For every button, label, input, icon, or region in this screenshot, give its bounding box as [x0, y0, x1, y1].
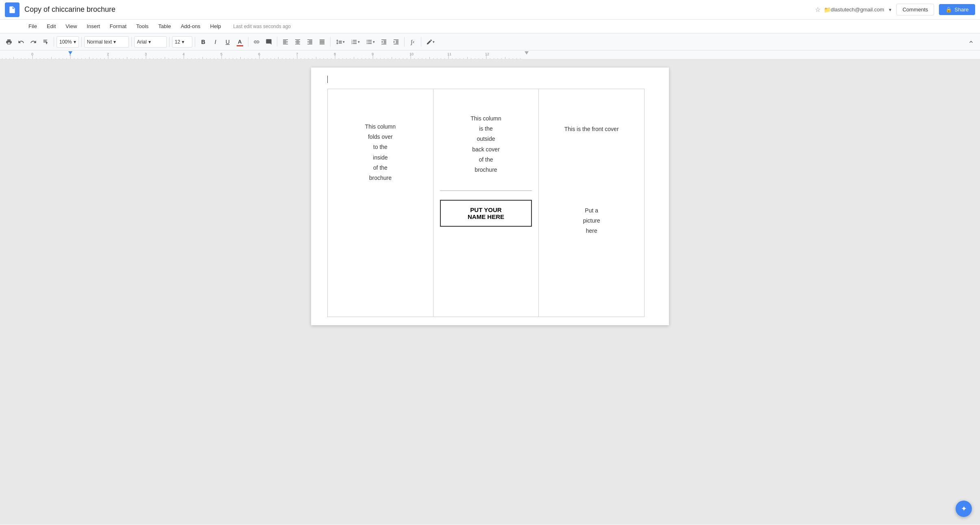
- add-comment-button[interactable]: [263, 36, 274, 48]
- drawing-button[interactable]: ▾: [424, 36, 437, 48]
- lock-icon: 🔒: [945, 7, 952, 13]
- zoom-dropdown-arrow: ▾: [74, 39, 76, 45]
- table-cell-col3[interactable]: This is the front cover Put apicturehere: [539, 89, 645, 317]
- user-email: dlastutech@gmail.com: [831, 7, 884, 13]
- divider-3: [131, 37, 132, 47]
- line-spacing-button[interactable]: ▾: [333, 36, 347, 48]
- redo-button[interactable]: [28, 36, 39, 48]
- app-icon[interactable]: [5, 2, 20, 17]
- link-button[interactable]: [251, 36, 262, 48]
- picture-here-text: Put apicturehere: [545, 206, 638, 236]
- col2-divider: [440, 190, 532, 191]
- top-bar: Copy of chiccarine brochure ☆ 📁 dlastute…: [0, 0, 980, 20]
- smart-compose-button[interactable]: ✦: [956, 501, 972, 517]
- zoom-value: 100%: [59, 39, 72, 45]
- divider-8: [330, 37, 331, 47]
- align-center-button[interactable]: [292, 36, 303, 48]
- name-box[interactable]: PUT YOURNAME HERE: [440, 200, 532, 227]
- divider-1: [54, 37, 54, 47]
- menu-file[interactable]: File: [24, 22, 41, 31]
- doc-title[interactable]: Copy of chiccarine brochure: [24, 5, 811, 14]
- font-dropdown-arrow: ▾: [148, 39, 151, 45]
- star-icon[interactable]: ☆: [815, 6, 821, 13]
- style-value: Normal text: [87, 39, 112, 45]
- smart-compose-icon: ✦: [961, 504, 967, 513]
- paint-format-button[interactable]: [40, 36, 51, 48]
- divider-2: [81, 37, 82, 47]
- italic-button[interactable]: I: [210, 36, 221, 48]
- menu-view[interactable]: View: [61, 22, 81, 31]
- page: This columnfolds overto theinsideof theb…: [311, 68, 669, 325]
- zoom-selector[interactable]: 100% ▾: [57, 36, 79, 48]
- ruler: window.addEventListener('load', function…: [0, 50, 980, 59]
- align-right-button[interactable]: [304, 36, 316, 48]
- user-dropdown-arrow[interactable]: ▾: [889, 7, 891, 13]
- last-edit-status: Last edit was seconds ago: [233, 24, 291, 29]
- ruler-right-marker[interactable]: [525, 51, 529, 55]
- numbered-list-button[interactable]: ▾: [348, 36, 362, 48]
- front-cover-text: This is the front cover: [545, 114, 638, 132]
- font-size-selector[interactable]: 12 ▾: [172, 36, 192, 48]
- font-size-dropdown-arrow: ▾: [182, 39, 184, 45]
- divider-7: [277, 37, 277, 47]
- divider-5: [195, 37, 195, 47]
- style-selector[interactable]: Normal text ▾: [84, 36, 129, 48]
- decrease-indent-button[interactable]: [378, 36, 390, 48]
- col2-content: This columnis theoutsideback coverof the…: [440, 97, 532, 228]
- text-color-button[interactable]: A: [234, 36, 246, 48]
- bulleted-list-button[interactable]: ▾: [363, 36, 377, 48]
- increase-indent-button[interactable]: [390, 36, 402, 48]
- menu-tools[interactable]: Tools: [132, 22, 152, 31]
- document-area: This columnfolds overto theinsideof theb…: [0, 59, 980, 524]
- col2-top-text: This columnis theoutsideback coverof the…: [440, 97, 532, 183]
- col3-content: This is the front cover Put apicturehere: [545, 97, 638, 236]
- share-label: Share: [954, 7, 969, 13]
- cursor-area[interactable]: [327, 76, 645, 84]
- font-selector[interactable]: Arial ▾: [134, 36, 167, 48]
- collapse-toolbar-button[interactable]: [965, 36, 977, 48]
- menu-addons[interactable]: Add-ons: [176, 22, 204, 31]
- text-cursor: [327, 76, 328, 83]
- table-cell-col1[interactable]: This columnfolds overto theinsideof theb…: [328, 89, 433, 317]
- table-cell-col2[interactable]: This columnis theoutsideback coverof the…: [433, 89, 539, 317]
- font-value: Arial: [137, 39, 147, 45]
- formula-button[interactable]: ∫x: [407, 36, 418, 48]
- menu-help[interactable]: Help: [206, 22, 225, 31]
- divider-4: [169, 37, 170, 47]
- comments-button[interactable]: Comments: [896, 4, 934, 15]
- menu-insert[interactable]: Insert: [83, 22, 104, 31]
- menu-format[interactable]: Format: [106, 22, 131, 31]
- brochure-table: This columnfolds overto theinsideof theb…: [327, 89, 645, 317]
- font-size-value: 12: [175, 39, 180, 45]
- justify-button[interactable]: [316, 36, 328, 48]
- col1-text: This columnfolds overto theinsideof theb…: [334, 97, 427, 183]
- print-button[interactable]: [3, 36, 15, 48]
- share-button[interactable]: 🔒 Share: [939, 4, 975, 15]
- divider-6: [248, 37, 248, 47]
- user-area: dlastutech@gmail.com ▾ Comments 🔒 Share: [831, 4, 975, 15]
- menu-bar: File Edit View Insert Format Tools Table…: [0, 20, 980, 33]
- ruler-left-marker[interactable]: [68, 51, 72, 55]
- bold-button[interactable]: B: [198, 36, 209, 48]
- align-left-button[interactable]: [280, 36, 291, 48]
- divider-9: [404, 37, 405, 47]
- style-dropdown-arrow: ▾: [113, 39, 116, 45]
- underline-button[interactable]: U: [222, 36, 233, 48]
- menu-table[interactable]: Table: [154, 22, 175, 31]
- undo-button[interactable]: [15, 36, 27, 48]
- menu-edit[interactable]: Edit: [43, 22, 60, 31]
- divider-10: [421, 37, 421, 47]
- toolbar: 100% ▾ Normal text ▾ Arial ▾ 12 ▾ B I U …: [0, 33, 980, 50]
- folder-icon[interactable]: 📁: [824, 7, 831, 13]
